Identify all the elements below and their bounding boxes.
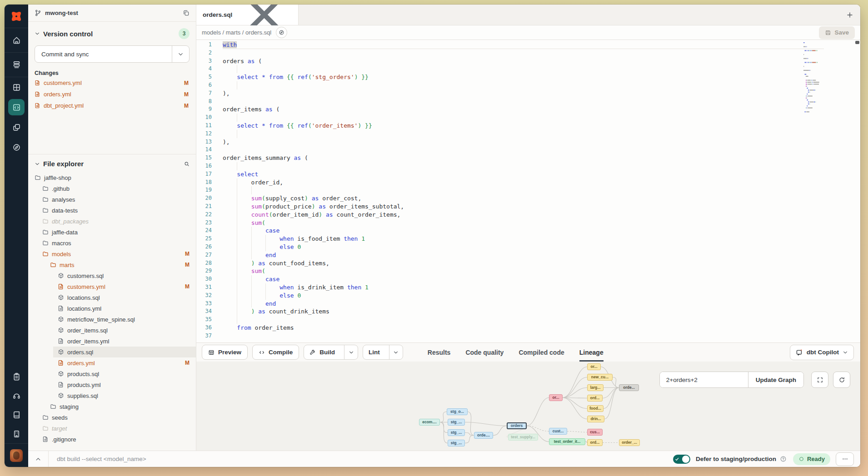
tree-item-customers-sql[interactable]: customers.sql <box>28 270 196 281</box>
compile-button[interactable]: Compile <box>252 345 299 360</box>
code-line[interactable]: 35 <box>196 316 860 324</box>
refresh-button[interactable] <box>833 372 850 388</box>
fullscreen-button[interactable] <box>811 372 828 388</box>
copy-icon[interactable] <box>183 10 190 16</box>
tree-item-dbt-packages[interactable]: dbt_packages <box>28 216 196 227</box>
lineage-node-tord[interactable]: test_order_it... <box>549 438 585 445</box>
code-line[interactable]: 10 <box>196 114 860 122</box>
model-selector-input[interactable] <box>660 372 748 387</box>
preview-button[interactable]: Preview <box>202 345 248 360</box>
code-editor[interactable]: 1with23orders as (45 select * from {{ re… <box>196 40 860 342</box>
tree-item-jaffle-shop[interactable]: jaffle-shop <box>28 172 196 183</box>
code-line[interactable]: 11 select * from {{ ref('order_items') }… <box>196 122 860 130</box>
code-line[interactable]: 13), <box>196 138 860 146</box>
code-line[interactable]: 2 <box>196 49 860 57</box>
tab-lineage[interactable]: Lineage <box>579 343 604 362</box>
lineage-node-ordi[interactable]: orde.... <box>474 432 493 439</box>
tree-item-macros[interactable]: macros <box>28 238 196 248</box>
editor-minimap[interactable] <box>802 41 836 117</box>
lineage-node-orders[interactable]: orders <box>507 422 527 429</box>
build-options-chevron[interactable] <box>344 345 358 359</box>
rail-item-tasks[interactable] <box>5 367 28 386</box>
tree-item-products-yml[interactable]: products.yml <box>28 379 196 390</box>
tab-orders-sql[interactable]: orders.sql <box>196 5 299 25</box>
dbt-copilot-button[interactable]: dbt Copilot <box>790 345 854 360</box>
tree-item-metricflow-time-spine-sql[interactable]: metricflow_time_spine.sql <box>28 314 196 325</box>
lineage-node-stg2[interactable]: stg_... <box>448 429 465 436</box>
code-line[interactable]: 24 case <box>196 227 860 235</box>
code-line[interactable]: 28 ) as count_food_items, <box>196 259 860 268</box>
rail-item-dbt-logo[interactable] <box>5 5 28 28</box>
code-line[interactable]: 33 end <box>196 300 860 308</box>
tree-item-supplies-sql[interactable]: supplies.sql <box>28 390 196 401</box>
lineage-node-stg3[interactable]: stg_... <box>448 440 465 446</box>
tree-item-target[interactable]: target <box>28 423 196 434</box>
lineage-node-stg0[interactable]: stg_o... <box>447 408 468 415</box>
rail-item-explore[interactable] <box>5 137 28 157</box>
lineage-node-y7[interactable]: order_... <box>619 439 640 446</box>
lineage-node-stg1[interactable]: stg_... <box>448 419 465 426</box>
code-line[interactable]: 12 <box>196 130 860 138</box>
code-line[interactable]: 31 when is_drink_item then 1 <box>196 283 860 292</box>
code-line[interactable]: 16 <box>196 162 860 170</box>
code-line[interactable]: 6 <box>196 81 860 89</box>
expand-command-bar-button[interactable] <box>28 451 48 467</box>
lineage-node-orph[interactable]: or... <box>549 394 563 401</box>
rail-item-support[interactable] <box>5 386 28 405</box>
code-line[interactable]: 20 sum(supply_cost) as order_cost, <box>196 194 860 203</box>
lineage-node-y0[interactable]: or... <box>587 363 601 370</box>
code-line[interactable]: 3orders as ( <box>196 57 860 65</box>
code-line[interactable]: 36 from order_items <box>196 324 860 332</box>
build-button[interactable]: Build <box>304 345 358 360</box>
tab-compiled-code[interactable]: Compiled code <box>519 343 564 362</box>
code-line[interactable]: 25 when is_food_item then 1 <box>196 235 860 243</box>
code-line[interactable]: 27 end <box>196 251 860 259</box>
tab-code-quality[interactable]: Code quality <box>465 343 504 362</box>
search-icon[interactable] <box>184 161 190 167</box>
code-line[interactable]: 1with <box>196 41 860 49</box>
code-line[interactable]: 9order_items as ( <box>196 105 860 114</box>
save-button[interactable]: Save <box>819 26 855 39</box>
code-line[interactable]: 14 <box>196 146 860 154</box>
tree-item-analyses[interactable]: analyses <box>28 194 196 205</box>
lineage-node-y4[interactable]: food... <box>587 405 604 412</box>
rail-item-dashboard[interactable] <box>5 77 28 97</box>
code-line[interactable]: 23 sum( <box>196 219 860 227</box>
rail-item-develop[interactable] <box>5 97 28 117</box>
tree-item-models[interactable]: modelsM <box>28 248 196 259</box>
tree-item-jaffle-data[interactable]: jaffle-data <box>28 227 196 238</box>
commit-options-chevron[interactable] <box>172 46 189 62</box>
code-line[interactable]: 30 case <box>196 275 860 283</box>
rail-item-organization[interactable] <box>5 424 28 443</box>
open-lineage-button[interactable] <box>276 27 287 38</box>
changed-file[interactable]: customers.ymlM <box>35 78 190 88</box>
code-line[interactable]: 37 <box>196 332 860 340</box>
lineage-node-gray[interactable]: orde... <box>619 384 639 391</box>
lineage-node-y5[interactable]: drin... <box>587 416 604 422</box>
rail-item-docs[interactable] <box>5 405 28 424</box>
rail-item-orchestration[interactable] <box>5 117 28 137</box>
code-line[interactable]: 29 sum( <box>196 267 860 275</box>
code-line[interactable]: 8 <box>196 98 860 106</box>
changed-file[interactable]: orders.ymlM <box>35 89 190 99</box>
tree-item-staging[interactable]: staging <box>28 401 196 412</box>
lineage-node-cust[interactable]: cust... <box>549 428 567 435</box>
lineage-node-ecom[interactable]: ecom.... <box>419 419 440 426</box>
code-line[interactable]: 15order_items_summary as ( <box>196 154 860 162</box>
lineage-node-y3[interactable]: ord... <box>587 395 603 402</box>
code-line[interactable]: 32 else 0 <box>196 292 860 300</box>
rail-item-home[interactable] <box>5 28 28 53</box>
tree-item-orders-yml[interactable]: orders.ymlM <box>28 357 196 368</box>
command-input[interactable]: dbt build --select <model_name> <box>49 456 673 462</box>
code-line[interactable]: 18 order_id, <box>196 178 860 187</box>
tree-item-customers-yml[interactable]: customers.ymlM <box>28 281 196 292</box>
tree-item-orders-sql[interactable]: orders.sql <box>28 347 196 357</box>
rail-item-environments[interactable] <box>5 53 28 77</box>
tab-results[interactable]: Results <box>428 343 451 362</box>
tree-item-locations-sql[interactable]: locations.sql <box>28 292 196 303</box>
lineage-node-y1[interactable]: new_cu... <box>587 374 613 381</box>
code-line[interactable]: 22 count(order_item_id) as count_order_i… <box>196 211 860 219</box>
code-line[interactable]: 4 <box>196 65 860 73</box>
tree-item-data-tests[interactable]: data-tests <box>28 205 196 216</box>
editor-scrollbar-thumb[interactable] <box>855 41 859 44</box>
